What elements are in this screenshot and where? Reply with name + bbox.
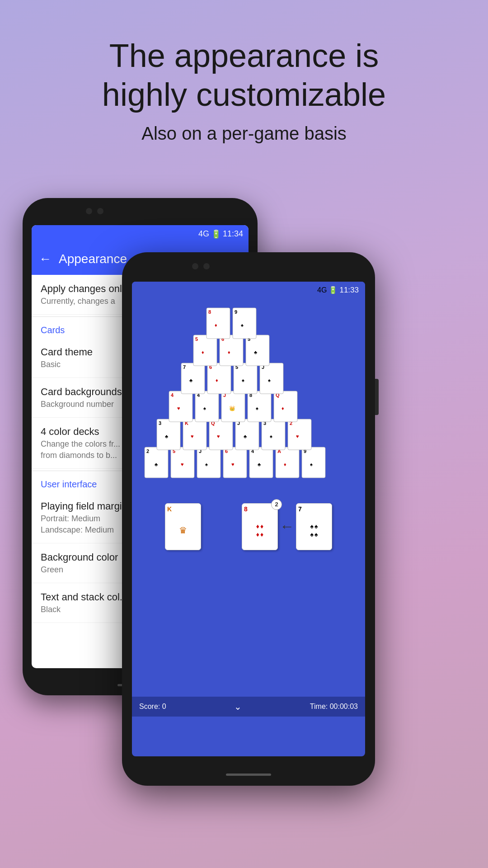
phone-front-screen: 4G 🔋 11:33 .card-bg { fill: white; strok… — [132, 282, 365, 756]
arrow-with-badge: 8 ♦ ♦ ♦ ♦ 2 ← — [242, 503, 332, 550]
phone-front-side-button — [375, 379, 379, 415]
battery-icon-back: 🔋 — [211, 229, 221, 239]
king-card[interactable]: K ♛ — [165, 503, 201, 550]
back-arrow-icon[interactable]: ← — [39, 252, 52, 266]
score-label: Score: 0 — [139, 703, 166, 711]
svg-text:4: 4 — [171, 392, 174, 398]
game-area: .card-bg { fill: white; stroke: #ccc; st… — [132, 299, 365, 697]
svg-text:♣: ♣ — [244, 434, 247, 439]
battery-icon-front: 🔋 — [328, 286, 338, 294]
svg-text:♠: ♠ — [310, 462, 313, 467]
network-indicator-back: 4G — [198, 229, 209, 239]
svg-text:♦: ♦ — [282, 406, 284, 411]
svg-text:3: 3 — [159, 420, 161, 426]
svg-text:♦: ♦ — [284, 462, 286, 467]
svg-text:♥: ♥ — [217, 434, 220, 439]
phone-front-notch — [212, 261, 285, 269]
svg-text:♣: ♣ — [258, 462, 261, 467]
left-arrow-icon: ← — [280, 518, 294, 535]
svg-text:5: 5 — [195, 336, 198, 342]
phone-back-notch — [104, 206, 176, 214]
svg-text:7: 7 — [183, 364, 186, 370]
status-icons-back: 4G 🔋 11:34 — [198, 229, 243, 239]
score-bar: Score: 0 ⌄ Time: 00:00:03 — [132, 697, 365, 717]
svg-text:♥: ♥ — [296, 434, 299, 439]
svg-text:♦: ♦ — [228, 349, 230, 355]
svg-text:♠: ♠ — [256, 406, 258, 411]
network-indicator-front: 4G — [317, 286, 327, 294]
svg-text:♦: ♦ — [202, 349, 204, 355]
header-subtitle: Also on a per-game basis — [27, 123, 461, 144]
status-icons-front: 4G 🔋 11:33 — [317, 286, 359, 295]
svg-text:♥: ♥ — [181, 462, 184, 467]
phone-front-home-indicator — [226, 774, 271, 776]
eight-diamonds-card[interactable]: 8 ♦ ♦ ♦ ♦ 2 — [242, 503, 278, 550]
svg-text:8: 8 — [208, 309, 211, 315]
svg-text:♦: ♦ — [215, 322, 217, 328]
app-bar-title-back: Appearance — [59, 252, 127, 266]
phone-front: 4G 🔋 11:33 .card-bg { fill: white; strok… — [122, 252, 375, 786]
svg-text:♣: ♣ — [189, 377, 192, 383]
bottom-cards-row: K ♛ 8 ♦ ♦ ♦ ♦ — [136, 503, 361, 550]
seven-spades-card[interactable]: 7 ♠ ♠ ♠ ♠ — [296, 503, 332, 550]
svg-text:♣: ♣ — [165, 434, 168, 439]
time-front: 11:33 — [339, 286, 359, 295]
svg-text:♠: ♠ — [270, 434, 272, 439]
status-bar-front: 4G 🔋 11:33 — [132, 282, 365, 299]
svg-text:♠: ♠ — [205, 462, 208, 467]
phone-front-camera2 — [203, 263, 210, 269]
svg-text:2: 2 — [146, 448, 149, 454]
phone-back-camera2 — [97, 208, 103, 214]
svg-text:♠: ♠ — [242, 377, 244, 383]
svg-text:👑: 👑 — [229, 405, 235, 411]
chevron-down-icon[interactable]: ⌄ — [234, 701, 242, 712]
time-label: Time: 00:00:03 — [310, 703, 358, 711]
svg-text:♠: ♠ — [268, 377, 271, 383]
svg-text:♦: ♦ — [216, 377, 218, 383]
svg-text:♠: ♠ — [203, 406, 206, 411]
svg-text:♥: ♥ — [231, 462, 235, 467]
svg-text:♣: ♣ — [254, 349, 257, 355]
svg-text:♠: ♠ — [241, 322, 244, 328]
phone-back-camera1 — [86, 208, 92, 214]
time-back: 11:34 — [223, 229, 243, 239]
svg-text:♥: ♥ — [191, 434, 194, 439]
card-pyramid: .card-bg { fill: white; stroke: #ccc; st… — [140, 307, 357, 497]
svg-text:9: 9 — [235, 309, 237, 315]
svg-text:♥: ♥ — [177, 406, 180, 411]
badge-number: 2 — [271, 499, 282, 510]
phone-front-camera1 — [192, 263, 198, 269]
header-section: The appearance is highly customizable Al… — [0, 0, 488, 162]
svg-text:♣: ♣ — [155, 462, 158, 467]
phones-container: 4G 🔋 11:34 ← Appearance Apply changes on… — [0, 171, 488, 804]
header-title: The appearance is highly customizable — [27, 36, 461, 114]
status-bar-back: 4G 🔋 11:34 — [32, 225, 249, 243]
